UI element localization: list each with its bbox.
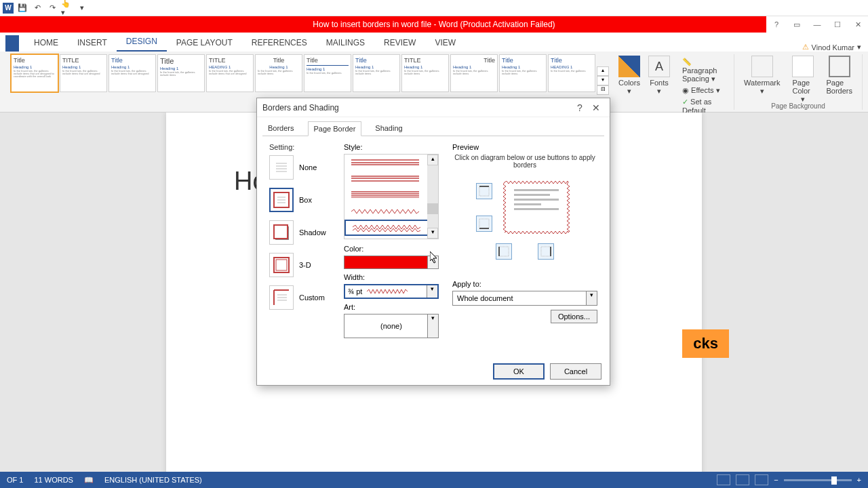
quick-access-toolbar: W 💾 ↶ ↷ 👆▾ ▾ [0, 0, 868, 16]
theme-item[interactable]: TITLEHEADING 1In the Insert tab, the gal… [206, 54, 254, 92]
theme-item[interactable]: TITLEHeading 1In the Insert tab, the gal… [401, 54, 449, 92]
theme-item[interactable]: TITLEHeading 1In the Insert tab, the gal… [60, 54, 107, 92]
scroll-down-icon[interactable]: ▾ [427, 228, 438, 239]
style-label: Style: [344, 143, 446, 151]
colors-button[interactable]: Colors▾ [614, 54, 644, 109]
art-label: Art: [344, 303, 446, 311]
art-dropdown[interactable]: (none)▾ [344, 314, 439, 338]
touch-mode-icon[interactable]: 👆▾ [61, 2, 73, 14]
qat-customize-icon[interactable]: ▾ [76, 2, 88, 14]
border-bottom-button[interactable] [476, 216, 492, 232]
setting-3d[interactable]: 3-D [269, 253, 337, 277]
dialog-help-icon[interactable]: ? [572, 102, 588, 113]
width-dropdown[interactable]: ¾ pt ▾ [344, 284, 439, 299]
chevron-down-icon: ▾ [427, 256, 438, 268]
tab-view[interactable]: VIEW [425, 35, 465, 52]
read-mode-icon[interactable] [717, 474, 730, 485]
cancel-button[interactable]: Cancel [550, 363, 601, 380]
fonts-icon: A [648, 56, 670, 77]
tab-references[interactable]: REFERENCES [242, 35, 317, 52]
effects-button[interactable]: ◉ Effects ▾ [679, 85, 728, 96]
tab-page-layout[interactable]: PAGE LAYOUT [167, 35, 242, 52]
ok-button[interactable]: OK [493, 363, 545, 380]
theme-item[interactable]: TitleHeading 1In the Insert tab, the gal… [108, 54, 156, 92]
scroll-up-icon[interactable]: ▴ [427, 155, 438, 165]
theme-item[interactable]: TitleHEADING 1In the Insert tab, the gal… [548, 54, 595, 92]
ribbon-display-icon[interactable]: ▭ [787, 16, 807, 33]
page-borders-button[interactable]: Page Borders [822, 54, 856, 105]
page-background-label: Page Background [771, 102, 825, 110]
save-icon[interactable]: 💾 [16, 2, 28, 14]
border-top-button[interactable] [476, 183, 492, 199]
user-label[interactable]: Vinod Kumar ▾ [802, 43, 861, 52]
paragraph-spacing-button[interactable]: 📏 Paragraph Spacing ▾ [679, 57, 728, 84]
chevron-down-icon: ▾ [586, 291, 597, 305]
apply-to-dropdown[interactable]: Whole document▾ [452, 291, 597, 306]
themes-gallery[interactable]: TitleHeading 1In the Insert tab, the gal… [11, 54, 609, 95]
page-color-button[interactable]: Page Color▾ [788, 54, 818, 105]
theme-item[interactable]: TitleHeading 1In the Insert tab, the gal… [255, 54, 302, 92]
dialog-close-icon[interactable]: ✕ [588, 102, 604, 113]
tab-borders[interactable]: Borders [262, 121, 300, 136]
width-label: Width: [344, 273, 446, 281]
setting-shadow[interactable]: Shadow [269, 220, 337, 245]
redo-icon[interactable]: ↷ [46, 2, 58, 14]
zoom-in-icon[interactable]: + [857, 476, 861, 484]
watermark-button[interactable]: Watermark▾ [740, 54, 784, 105]
color-dropdown[interactable]: ▾ [344, 256, 439, 269]
help-icon[interactable]: ? [766, 16, 787, 33]
zoom-slider[interactable] [784, 479, 852, 481]
tab-home[interactable]: HOME [24, 35, 68, 52]
tab-shading[interactable]: Shading [370, 121, 408, 136]
minimize-icon[interactable]: — [807, 16, 827, 33]
apply-to-label: Apply to: [452, 280, 597, 288]
undo-icon[interactable]: ↶ [31, 2, 43, 14]
tab-design[interactable]: DESIGN [117, 34, 167, 52]
dialog-titlebar[interactable]: Borders and Shading ? ✕ [257, 98, 610, 117]
theme-item[interactable]: TitleHeading 1In the Insert tab, the gal… [450, 54, 498, 92]
file-tab[interactable] [5, 35, 19, 52]
setting-none[interactable]: None [269, 155, 337, 180]
web-layout-icon[interactable] [755, 474, 768, 485]
page-color-icon [792, 56, 814, 77]
title-bar: How to insert borders in word file - Wor… [0, 16, 868, 33]
theme-item[interactable]: TitleHeading 1In the Insert tab, the gal… [353, 54, 400, 92]
preview-diagram[interactable] [499, 177, 574, 238]
theme-item[interactable]: TitleHeading 1In the Insert tab, the gal… [304, 54, 351, 92]
close-icon[interactable]: ✕ [848, 16, 868, 33]
style-listbox[interactable]: ▴▾ [344, 154, 439, 239]
fonts-button[interactable]: A Fonts▾ [644, 54, 674, 109]
window-title: How to insert borders in word file - Wor… [313, 20, 555, 29]
tab-review[interactable]: REVIEW [374, 35, 425, 52]
theme-item[interactable]: TitleHeading 1In the Insert tab, the gal… [499, 54, 547, 92]
gallery-scroll[interactable]: ▴▾⊟ [597, 54, 609, 95]
style-scrollbar[interactable]: ▴▾ [427, 155, 438, 239]
tab-page-border[interactable]: Page Border [308, 121, 362, 136]
colors-icon [618, 56, 640, 77]
proofing-icon[interactable]: 📖 [84, 476, 94, 485]
theme-item[interactable]: TitleHeading 1In the Insert tab, the gal… [11, 54, 58, 92]
page-indicator[interactable]: OF 1 [7, 476, 23, 484]
tab-mailings[interactable]: MAILINGS [317, 35, 374, 52]
maximize-icon[interactable]: ☐ [827, 16, 848, 33]
word-count[interactable]: 11 WORDS [34, 476, 73, 484]
setting-custom[interactable]: Custom [269, 285, 337, 310]
theme-item[interactable]: TitleHeading 1In the Insert tab, the gal… [157, 54, 205, 92]
preview-hint: Click on diagram below or use buttons to… [452, 154, 597, 169]
border-left-button[interactable] [496, 243, 512, 260]
preview-label: Preview [452, 143, 597, 151]
page-borders-icon [829, 56, 850, 77]
ribbon-tabs: HOME INSERT DESIGN PAGE LAYOUT REFERENCE… [0, 33, 868, 52]
zoom-out-icon[interactable]: − [774, 476, 778, 484]
setting-label: Setting: [269, 143, 337, 151]
svg-rect-31 [499, 247, 509, 256]
print-layout-icon[interactable] [736, 474, 749, 485]
word-app-icon[interactable]: W [3, 3, 14, 14]
border-right-button[interactable] [538, 243, 554, 260]
color-label: Color: [344, 245, 446, 253]
language-indicator[interactable]: ENGLISH (UNITED STATES) [104, 476, 202, 484]
chevron-down-icon: ▾ [427, 285, 437, 298]
tab-insert[interactable]: INSERT [68, 35, 117, 52]
setting-box[interactable]: Box [269, 188, 337, 212]
options-button[interactable]: Options... [551, 310, 597, 323]
